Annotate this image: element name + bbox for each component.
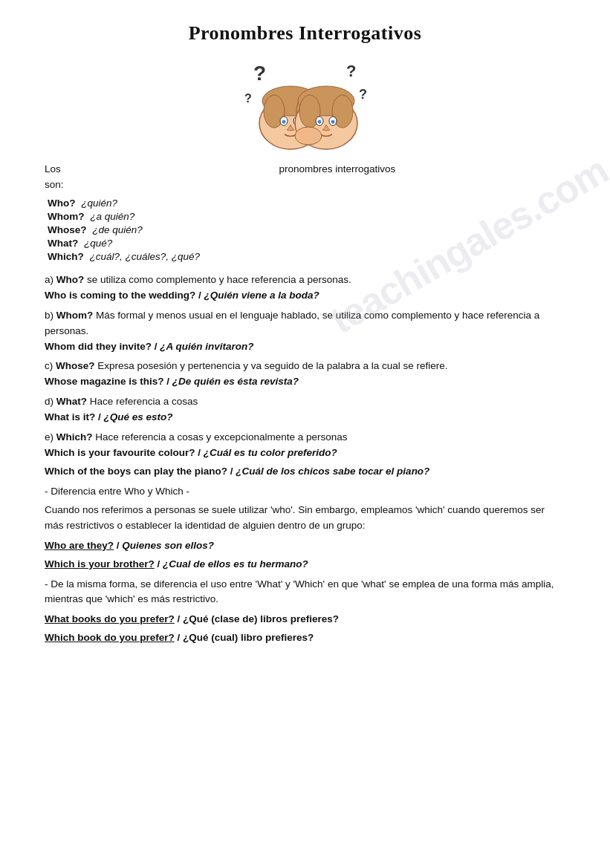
section-d: d) What? Hace referencia a cosas What is… [45,394,565,425]
faces-illustration: ? ? ? ? [231,58,380,154]
section-c-ex-sep: / [164,376,172,387]
svg-point-20 [295,127,322,145]
pronoun-which-word: Which? [48,251,84,262]
svg-text:?: ? [346,62,356,80]
section-c: c) Whose? Expresa posesión y pertenencia… [45,359,565,390]
difference-what-which-ex2: Which book do you prefer? / ¿Qué (cual) … [45,630,565,646]
section-b-text: Más formal y menos usual en el lenguaje … [45,310,539,336]
section-e-ex2-en: Which of the boys can play the piano? [45,466,227,477]
pronoun-who-word: Who? [48,198,75,209]
intro-line: Los pronombres interrogativos son: [45,162,565,193]
section-b-word: Whom? [56,310,94,321]
difference-what-which-text: - De la misma forma, se diferencia el us… [45,577,565,608]
pronoun-whom-word: Whom? [48,211,85,222]
difference-who-which-text: Cuando nos referimos a personas se suele… [45,503,565,534]
what-ex1-sep: / [175,613,183,624]
section-d-ex-en: What is it? [45,411,95,422]
section-b-desc: b) Whom? Más formal y menos usual en el … [45,308,565,339]
intro-left2: son: [45,179,64,190]
section-b-label: b) [45,310,53,321]
intro-right: pronombres interrogativos [279,163,396,174]
difference-who-which-title: - Diferencia entre Who y Which - [45,484,565,500]
pronoun-list: Who? ¿quién? Whom? ¿a quién? Whose? ¿de … [45,198,565,262]
pronoun-whom: Whom? ¿a quién? [48,211,565,222]
page-title: Pronombres Interrogativos [45,22,565,45]
difference-what-which: - De la misma forma, se diferencia el us… [45,577,565,647]
difference-who-which: - Diferencia entre Who y Which - Cuando … [45,484,565,572]
which-ex2b-sep: / [175,632,183,643]
section-c-label: c) [45,360,53,371]
svg-text:?: ? [359,87,367,102]
section-e-ex1-en: Which is your favourite colour? [45,447,195,458]
intro-left: Los [45,163,61,174]
section-d-text: Hace referencia a cosas [87,396,198,407]
section-a-ex-sep: / [195,290,204,301]
section-c-ex-en: Whose magazine is this? [45,376,164,387]
section-c-ex-es: ¿De quién es ésta revista? [172,376,299,387]
section-e-desc: e) Which? Hace referencia a cosas y exce… [45,430,565,446]
difference-who-which-ex1: Who are they? / Quienes son ellos? [45,538,565,554]
difference-who-which-ex2: Which is your brother? / ¿Cual de ellos … [45,557,565,572]
svg-point-18 [317,120,321,124]
pronoun-what-translation: ¿qué? [84,238,112,249]
section-a-label: a) [45,274,53,285]
section-a-ex-es: ¿Quién viene a la boda? [204,290,319,301]
section-d-desc: d) What? Hace referencia a cosas [45,394,565,410]
section-c-desc: c) Whose? Expresa posesión y pertenencia… [45,359,565,374]
section-e-ex2-es: ¿Cuál de los chicos sabe tocar el piano? [236,466,429,477]
section-b-ex-sep: / [152,341,160,352]
pronoun-whose-word: Whose? [48,224,87,235]
pronoun-what-word: What? [48,238,78,249]
difference-what-which-ex1: What books do you prefer? / ¿Qué (clase … [45,612,565,627]
section-e: e) Which? Hace referencia a cosas y exce… [45,430,565,480]
section-e-ex2-sep: / [227,466,236,477]
section-b-ex-es: ¿A quién invitaron? [160,341,253,352]
pronoun-what: What? ¿qué? [48,238,565,249]
svg-point-19 [331,120,334,124]
section-a: a) Who? se utiliza como complemento y ha… [45,273,565,304]
section-d-word: What? [56,396,87,407]
section-e-ex1-es: ¿Cuál es tu color preferido? [204,447,337,458]
pronoun-who: Who? ¿quién? [48,198,565,209]
svg-point-10 [282,120,285,124]
which-ex2-sep: / [155,558,163,570]
which-ex2-en: Which is your brother? [45,558,155,570]
which-ex2b-en: Which book do you prefer? [45,632,175,643]
section-b: b) Whom? Más formal y menos usual en el … [45,308,565,355]
section-a-desc: a) Who? se utiliza como complemento y ha… [45,273,565,288]
illustration-area: ? ? ? ? [45,58,565,154]
pronoun-which: Which? ¿cuál?, ¿cuáles?, ¿qué? [48,251,565,262]
section-a-ex-en: Who is coming to the wedding? [45,290,195,301]
section-d-ex-es: ¿Qué es esto? [104,411,173,422]
pronoun-whom-translation: ¿a quién? [90,211,134,222]
pronoun-who-translation: ¿quién? [81,198,117,209]
section-d-ex-sep: / [95,411,103,422]
section-d-label: d) [45,396,53,407]
section-c-text: Expresa posesión y pertenencia y va segu… [95,360,448,371]
section-e-word: Which? [56,431,93,443]
section-b-ex-en: Whom did they invite? [45,341,152,352]
section-a-text: se utiliza como complemento y hace refer… [84,274,351,285]
who-ex1-sep: / [114,540,122,551]
section-c-example: Whose magazine is this? / ¿De quién es é… [45,374,565,390]
which-ex2b-es: ¿Qué (cual) libro prefieres? [183,632,314,643]
section-c-word: Whose? [56,360,95,371]
pronoun-whose-translation: ¿de quién? [92,224,143,235]
section-a-word: Who? [56,274,84,285]
pronoun-whose: Whose? ¿de quién? [48,224,565,235]
svg-text:?: ? [244,92,252,105]
what-ex1-en: What books do you prefer? [45,613,175,624]
what-ex1-es: ¿Qué (clase de) libros prefieres? [183,613,339,624]
which-ex2-es: ¿Cual de ellos es tu hermano? [163,558,308,570]
section-e-ex1-sep: / [195,447,204,458]
section-e-example1: Which is your favourite colour? / ¿Cuál … [45,446,565,461]
svg-text:?: ? [253,62,266,85]
who-ex1-en: Who are they? [45,540,114,551]
section-d-example: What is it? / ¿Qué es esto? [45,410,565,425]
who-ex1-es: Quienes son ellos? [122,540,214,551]
section-e-text: Hace referencia a cosas y excepcionalmen… [93,431,348,443]
section-e-example2: Which of the boys can play the piano? / … [45,464,565,480]
pronoun-which-translation: ¿cuál?, ¿cuáles?, ¿qué? [90,251,201,262]
section-e-label: e) [45,431,53,443]
section-b-example: Whom did they invite? / ¿A quién invitar… [45,339,565,355]
